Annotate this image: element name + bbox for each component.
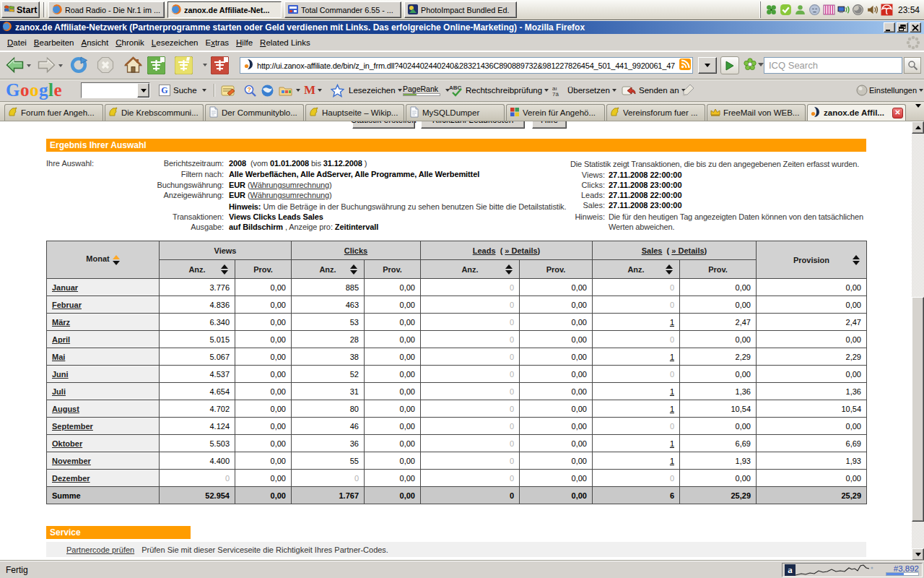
highlighter-icon[interactable] bbox=[681, 79, 696, 101]
person-green-icon[interactable] bbox=[794, 4, 806, 16]
rechtschreib-menu[interactable]: Rechtschreibprüfung bbox=[466, 79, 549, 101]
clover-icon[interactable] bbox=[765, 4, 777, 16]
scroll-up-button[interactable] bbox=[912, 121, 924, 134]
wong-red-icon[interactable] bbox=[211, 56, 229, 77]
col-group-clicks[interactable]: Clicks bbox=[292, 241, 421, 260]
url-dropdown-button[interactable] bbox=[698, 57, 717, 74]
month-link[interactable]: September bbox=[52, 422, 93, 431]
sleep-face-icon[interactable] bbox=[808, 4, 821, 16]
google-search-button[interactable]: G Suche bbox=[159, 79, 206, 101]
google-search-dropdown[interactable] bbox=[137, 83, 149, 98]
menu-extras[interactable]: Extras bbox=[201, 37, 232, 48]
scrollbar-thumb[interactable] bbox=[912, 297, 924, 522]
month-link[interactable]: April bbox=[52, 335, 70, 344]
month-link[interactable]: Februar bbox=[52, 301, 82, 309]
sales-count-link[interactable]: 1 bbox=[670, 387, 674, 396]
sales-count-link[interactable]: 1 bbox=[670, 439, 674, 448]
uebersetzen-menu[interactable]: Übersetzen bbox=[567, 79, 616, 101]
month-link[interactable]: Juli bbox=[52, 387, 66, 396]
stop-button[interactable] bbox=[97, 56, 114, 77]
menu-related-links[interactable]: Related Links bbox=[256, 37, 314, 48]
month-link[interactable]: Dezember bbox=[52, 474, 90, 483]
col-header-monat[interactable]: Monat bbox=[47, 241, 160, 279]
wong-dropdown[interactable] bbox=[203, 64, 207, 66]
pagerank-widget[interactable]: PageRank bbox=[403, 79, 440, 101]
site-search-icon[interactable]: ? bbox=[243, 79, 257, 101]
settings-sphere-icon[interactable] bbox=[856, 79, 868, 101]
einstellungen-menu[interactable]: Einstellungen bbox=[869, 79, 923, 101]
wong-yellow-icon[interactable] bbox=[175, 56, 193, 77]
col-subheader-anz[interactable]: Anz. bbox=[160, 260, 235, 279]
alexa-widget[interactable]: a #3,892 bbox=[782, 563, 923, 577]
icq-icon[interactable] bbox=[744, 58, 764, 71]
bookmark-folder-icon[interactable] bbox=[279, 79, 300, 101]
google-earth-icon[interactable] bbox=[261, 79, 274, 101]
menu-bearbeiten[interactable]: Bearbeiten bbox=[30, 37, 78, 48]
reload-button[interactable] bbox=[70, 56, 87, 77]
network-icon[interactable] bbox=[837, 4, 850, 16]
taskbar-app-button[interactable]: PhotoImpact Bundled Ed. bbox=[404, 1, 517, 18]
sales-count-link[interactable]: 1 bbox=[670, 405, 674, 413]
hilfe-button[interactable]: Hilfe bbox=[532, 121, 567, 129]
tab-mysqldumper[interactable]: MySQLDumper bbox=[406, 104, 505, 121]
start-button[interactable]: Start bbox=[1, 1, 40, 18]
icq-search-input[interactable]: ICQ Search bbox=[764, 57, 902, 74]
menu-ansicht[interactable]: Ansicht bbox=[78, 37, 113, 48]
pink-stripes-icon[interactable] bbox=[823, 4, 835, 16]
col-group-leads[interactable]: Leads ( » Details) bbox=[421, 241, 593, 260]
taskbar-app-button[interactable]: zanox.de Affiliate-Net... bbox=[167, 1, 282, 18]
back-button[interactable] bbox=[6, 56, 24, 77]
taskbar-app-button[interactable]: Total Commander 6.55 - ... bbox=[284, 1, 401, 18]
swirl-icon[interactable] bbox=[852, 4, 864, 16]
forward-button[interactable] bbox=[38, 56, 56, 77]
tab-zanox-de-affil[interactable]: zanox.de Affil...✕ bbox=[807, 104, 906, 121]
close-button[interactable] bbox=[910, 22, 921, 33]
month-link[interactable]: Oktober bbox=[52, 439, 82, 448]
taskbar-app-button[interactable]: Road Radio - Die Nr.1 im ... bbox=[48, 1, 165, 18]
icq-search-button[interactable] bbox=[904, 57, 921, 74]
tab-forum-fuer-angeh[interactable]: Forum fuer Angeh... bbox=[4, 104, 103, 121]
tab-list-dropdown[interactable] bbox=[915, 108, 921, 121]
sales-count-link[interactable]: 1 bbox=[670, 318, 674, 327]
home-button[interactable] bbox=[124, 56, 142, 77]
tab-der-communityblo[interactable]: Der Communityblo... bbox=[205, 104, 304, 121]
month-link[interactable]: November bbox=[52, 457, 91, 465]
sales-count-link[interactable]: 1 bbox=[670, 457, 674, 465]
senden-menu[interactable]: Senden an bbox=[639, 79, 686, 101]
tab-verein-f-r-angeh[interactable]: Verein für Angehö... bbox=[506, 104, 605, 121]
month-link[interactable]: Januar bbox=[52, 283, 78, 292]
month-link[interactable]: Juni bbox=[52, 370, 69, 379]
back-dropdown[interactable] bbox=[27, 64, 31, 67]
google-search-input[interactable] bbox=[81, 82, 150, 98]
tab-vereinsforum-fuer[interactable]: Vereinsforum fuer ... bbox=[606, 104, 705, 121]
url-bar[interactable]: http://ui.zanox-affiliate.de/bin/z_in_fr… bbox=[240, 57, 693, 74]
partnercode-link[interactable]: Partnercode prüfen bbox=[66, 545, 134, 554]
month-link[interactable]: Mai bbox=[52, 353, 65, 361]
scroll-down-button[interactable] bbox=[912, 548, 924, 561]
spellcheck-icon[interactable]: ABC bbox=[449, 79, 463, 101]
col-header-provision[interactable]: Provision bbox=[757, 241, 867, 279]
menu-datei[interactable]: Datei bbox=[4, 37, 30, 48]
menu-lesezeichen[interactable]: Lesezeichen bbox=[148, 37, 202, 48]
green-check-icon[interactable] bbox=[780, 4, 792, 16]
statistik-erstellen-button[interactable]: Statistik erstellen bbox=[352, 121, 415, 129]
gmail-icon[interactable]: M bbox=[304, 79, 322, 101]
restore-button[interactable] bbox=[897, 22, 908, 33]
speaker-icon[interactable] bbox=[866, 4, 879, 16]
tab-hauptseite-wikip[interactable]: Hauptseite – Wikip... bbox=[305, 104, 404, 121]
col-group-sales[interactable]: Sales ( » Details) bbox=[593, 241, 757, 260]
month-link[interactable]: März bbox=[52, 318, 70, 327]
sales-count-link[interactable]: 1 bbox=[670, 353, 674, 361]
translate-icon[interactable]: aı7ä bbox=[552, 79, 564, 101]
minimize-button[interactable] bbox=[884, 22, 895, 33]
sendto-icon[interactable] bbox=[622, 79, 636, 101]
menu-chronik[interactable]: Chronik bbox=[112, 37, 148, 48]
klickzahl-button[interactable]: Klickzahl Leadkosten bbox=[421, 121, 525, 129]
tab-freemail-von-web[interactable]: FreeMail von WEB... bbox=[707, 104, 806, 121]
google-note-icon[interactable] bbox=[221, 79, 235, 101]
tab-die-krebscommuni[interactable]: Die Krebscommuni... bbox=[105, 104, 204, 121]
star-icon[interactable] bbox=[331, 79, 344, 101]
forward-dropdown[interactable] bbox=[58, 64, 63, 67]
menu-hilfe[interactable]: Hilfe bbox=[232, 37, 256, 48]
vertical-scrollbar[interactable] bbox=[912, 121, 924, 561]
